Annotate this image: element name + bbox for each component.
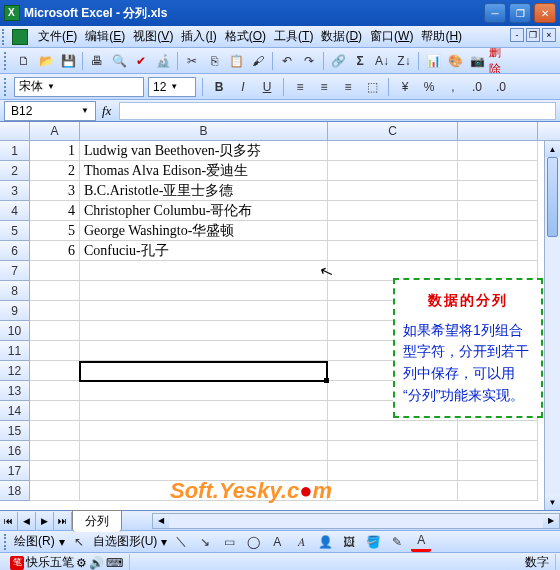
mdi-minimize-button[interactable]: -	[510, 28, 524, 42]
menu-w[interactable]: 窗口(W)	[366, 25, 417, 48]
row-header[interactable]: 14	[0, 401, 30, 421]
row-header[interactable]: 16	[0, 441, 30, 461]
copy-button[interactable]: ⎘	[204, 51, 224, 71]
open-button[interactable]: 📂	[36, 51, 56, 71]
cell[interactable]	[30, 481, 80, 501]
row-header[interactable]: 1	[0, 141, 30, 161]
worksheet-grid[interactable]: A B C 11Ludwig van Beethoven-贝多芬22Thomas…	[0, 122, 560, 510]
drawing-button[interactable]: 🎨	[445, 51, 465, 71]
cell[interactable]	[80, 301, 328, 321]
row-header[interactable]: 10	[0, 321, 30, 341]
cell[interactable]	[458, 481, 538, 501]
cell[interactable]: Thomas Alva Edison-爱迪生	[80, 161, 328, 181]
cell[interactable]: Confuciu-孔子	[80, 241, 328, 261]
currency-button[interactable]: ¥	[395, 77, 415, 97]
column-header[interactable]: A	[30, 122, 80, 140]
cell[interactable]	[30, 441, 80, 461]
column-header[interactable]: C	[328, 122, 458, 140]
research-button[interactable]: 🔬	[153, 51, 173, 71]
cell[interactable]	[30, 321, 80, 341]
select-all-corner[interactable]	[0, 122, 30, 140]
cell[interactable]: 6	[30, 241, 80, 261]
sort-asc-button[interactable]: A↓	[372, 51, 392, 71]
cell[interactable]: B.C.Aristotle-亚里士多德	[80, 181, 328, 201]
cut-button[interactable]: ✂	[182, 51, 202, 71]
cell[interactable]	[458, 161, 538, 181]
print-button[interactable]: 🖶	[87, 51, 107, 71]
row-header[interactable]: 8	[0, 281, 30, 301]
draw-menu[interactable]: 绘图(R)	[14, 533, 55, 550]
inc-decimal-button[interactable]: .0	[467, 77, 487, 97]
row-header[interactable]: 7	[0, 261, 30, 281]
minimize-button[interactable]: ─	[484, 3, 506, 23]
cell[interactable]: Christopher Columbu-哥伦布	[80, 201, 328, 221]
fx-icon[interactable]: fx	[102, 103, 111, 119]
delete-button[interactable]: 删除	[489, 51, 509, 71]
row-header[interactable]: 17	[0, 461, 30, 481]
cell[interactable]	[80, 281, 328, 301]
row-header[interactable]: 4	[0, 201, 30, 221]
chart-button[interactable]: 📊	[423, 51, 443, 71]
cell[interactable]	[80, 401, 328, 421]
cell[interactable]	[328, 221, 458, 241]
row-header[interactable]: 18	[0, 481, 30, 501]
align-right-button[interactable]: ≡	[338, 77, 358, 97]
row-header[interactable]: 5	[0, 221, 30, 241]
maximize-button[interactable]: ❐	[509, 3, 531, 23]
comma-button[interactable]: ,	[443, 77, 463, 97]
scroll-left-icon[interactable]: ◀	[153, 514, 169, 528]
arrow-button[interactable]: ↘	[195, 532, 215, 552]
oval-button[interactable]: ◯	[243, 532, 263, 552]
undo-button[interactable]: ↶	[277, 51, 297, 71]
cell[interactable]	[328, 141, 458, 161]
name-box[interactable]: B12 ▼	[4, 101, 96, 121]
textbox-button[interactable]: A	[267, 532, 287, 552]
cell[interactable]	[30, 281, 80, 301]
scroll-down-icon[interactable]: ▼	[545, 494, 560, 510]
cell[interactable]	[328, 181, 458, 201]
preview-button[interactable]: 🔍	[109, 51, 129, 71]
cell[interactable]	[80, 341, 328, 361]
sheet-last-button[interactable]: ⏭	[54, 512, 72, 530]
autoshape-menu[interactable]: 自选图形(U)	[93, 533, 158, 550]
spell-button[interactable]: ✔	[131, 51, 151, 71]
wordart-button[interactable]: 𝐴	[291, 532, 311, 552]
cell[interactable]	[328, 461, 458, 481]
menu-h[interactable]: 帮助(H)	[417, 25, 466, 48]
menu-v[interactable]: 视图(V)	[129, 25, 177, 48]
align-center-button[interactable]: ≡	[314, 77, 334, 97]
italic-button[interactable]: I	[233, 77, 253, 97]
cell[interactable]	[458, 181, 538, 201]
cell[interactable]	[30, 421, 80, 441]
cell[interactable]	[328, 201, 458, 221]
menu-t[interactable]: 工具(T)	[270, 25, 317, 48]
cell[interactable]	[80, 421, 328, 441]
cell[interactable]	[80, 261, 328, 281]
cell[interactable]: 4	[30, 201, 80, 221]
cell[interactable]: 3	[30, 181, 80, 201]
new-button[interactable]: 🗋	[14, 51, 34, 71]
mdi-close-button[interactable]: ×	[542, 28, 556, 42]
percent-button[interactable]: %	[419, 77, 439, 97]
sheet-prev-button[interactable]: ◀	[18, 512, 36, 530]
line-button[interactable]: ＼	[171, 532, 191, 552]
ime-mode-icon[interactable]: ⚙	[76, 556, 87, 570]
cell[interactable]	[80, 361, 328, 381]
cell[interactable]	[30, 461, 80, 481]
cell[interactable]	[458, 441, 538, 461]
cell[interactable]	[328, 161, 458, 181]
font-size-combo[interactable]: 12 ▼	[148, 77, 196, 97]
row-header[interactable]: 11	[0, 341, 30, 361]
redo-button[interactable]: ↷	[299, 51, 319, 71]
row-header[interactable]: 9	[0, 301, 30, 321]
format-painter-button[interactable]: 🖌	[248, 51, 268, 71]
menu-e[interactable]: 编辑(E)	[81, 25, 129, 48]
cell[interactable]	[30, 341, 80, 361]
row-header[interactable]: 2	[0, 161, 30, 181]
formula-input[interactable]	[119, 102, 556, 120]
row-header[interactable]: 13	[0, 381, 30, 401]
horizontal-scrollbar[interactable]: ◀ ▶	[152, 513, 560, 529]
scroll-up-icon[interactable]: ▲	[545, 141, 560, 157]
ime-icon[interactable]: 笔	[10, 556, 24, 570]
sheet-tab[interactable]: 分列	[72, 510, 122, 532]
